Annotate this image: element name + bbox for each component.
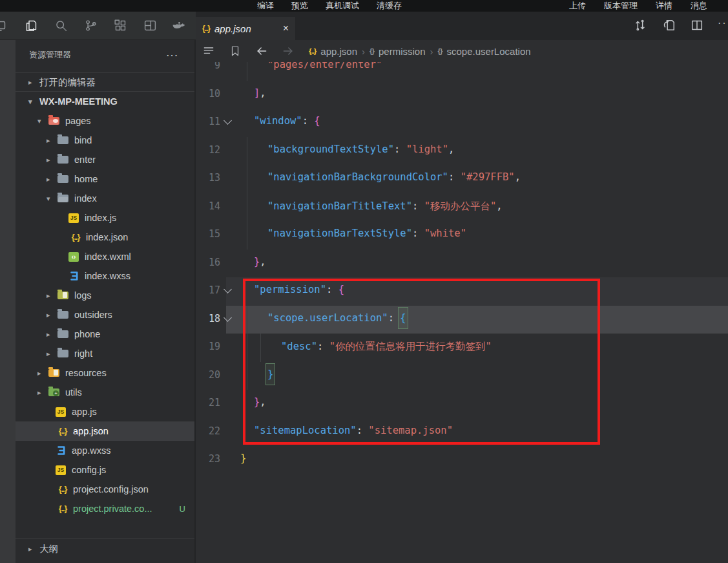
forward-icon[interactable]: [280, 43, 296, 59]
tree-folder-right[interactable]: ▸right: [16, 344, 194, 363]
menubar-item[interactable]: 上传: [569, 0, 586, 12]
split-icon[interactable]: [689, 17, 705, 33]
code-line-15[interactable]: 15"navigationBarTextStyle": "white": [196, 221, 728, 250]
tree-folder-resources[interactable]: ▸resources: [16, 363, 194, 383]
line-number: 18: [196, 313, 220, 324]
tree-file-app-js[interactable]: JSapp.js: [16, 402, 194, 421]
js-file-icon: JS: [68, 213, 79, 223]
tree-folder-enter[interactable]: ▸enter: [16, 150, 194, 169]
code-line-12[interactable]: 12"backgroundTextStyle": "light",: [196, 137, 728, 165]
code-line-21[interactable]: 21},: [196, 390, 728, 418]
tree-file-index-wxss[interactable]: index.wxss: [16, 266, 194, 286]
tree-folder-phone[interactable]: ▸phone: [16, 324, 194, 344]
extensions-icon[interactable]: [113, 19, 127, 33]
menubar-item[interactable]: 版本管理: [604, 0, 638, 12]
json-punctuation: :: [302, 115, 315, 127]
source-control-icon[interactable]: [83, 19, 98, 33]
menubar-item[interactable]: 真机调试: [326, 0, 359, 12]
tree-folder-index[interactable]: ▾index: [16, 189, 194, 208]
code-line-10[interactable]: 10],: [196, 81, 728, 109]
line-number: 17: [196, 284, 220, 296]
code-lines: 9"pages/enter/enter"10],11"window": {12"…: [196, 62, 728, 474]
line-number: 15: [196, 228, 220, 240]
json-key: "sitemapLocation": [254, 425, 357, 436]
menubar-item[interactable]: 详情: [656, 0, 672, 12]
tree-folder-outsiders[interactable]: ▸outsiders: [16, 305, 194, 324]
folder-icon: [57, 156, 68, 164]
tree-folder-home[interactable]: ▸home: [16, 169, 194, 189]
simulator-icon[interactable]: [0, 19, 8, 33]
code-editor[interactable]: 9"pages/enter/enter"10],11"window": {12"…: [196, 62, 728, 563]
tree-item-label: pages: [65, 116, 91, 126]
line-number: 11: [196, 116, 220, 127]
code-line-19[interactable]: 19"desc": "你的位置信息将用于进行考勤签到": [196, 334, 728, 362]
outline-list-icon[interactable]: [201, 43, 216, 59]
json-punctuation: ]: [254, 87, 260, 99]
breadcrumb-item[interactable]: permission: [379, 46, 426, 57]
tree-file-index-wxml[interactable]: ‹›index.wxml: [16, 247, 194, 266]
explorer-header: 资源管理器 ···: [16, 40, 194, 70]
tree-item-label: config.js: [72, 465, 106, 475]
docker-icon[interactable]: [172, 19, 187, 33]
fold-chevron-icon[interactable]: [224, 116, 232, 125]
search-icon[interactable]: [54, 19, 68, 33]
code-line-9[interactable]: 9"pages/enter/enter": [196, 62, 728, 81]
bookmark-icon[interactable]: [227, 43, 243, 59]
code-line-17[interactable]: 17"permission": {: [196, 277, 728, 306]
json-key: "navigationBarBackgroundColor": [267, 171, 448, 183]
tree-file-app-wxss[interactable]: app.wxss: [16, 441, 194, 460]
tree-item-label: outsiders: [74, 310, 112, 320]
section-open-editors[interactable]: ▸打开的编辑器: [16, 72, 194, 92]
tree-file-project-private-co---[interactable]: {..}project.private.co...U: [16, 499, 194, 518]
open-file-icon[interactable]: [661, 17, 676, 33]
line-number: 14: [196, 200, 220, 212]
tree-folder-pages[interactable]: ▾pages: [16, 111, 194, 131]
compare-icon[interactable]: [632, 17, 648, 33]
tree-file-config-js[interactable]: JSconfig.js: [16, 460, 194, 480]
back-icon[interactable]: [254, 43, 269, 59]
code-text: "sitemapLocation": "sitemap.json": [233, 425, 453, 436]
tree-file-index-js[interactable]: JSindex.js: [16, 208, 194, 228]
folder-icon: [57, 195, 68, 202]
menubar-item[interactable]: 清缓存: [377, 0, 402, 12]
code-line-20[interactable]: 20}: [196, 362, 728, 390]
tab-app-json[interactable]: {..} app.json ×: [196, 17, 295, 40]
section-时间线[interactable]: ▸时间线: [16, 558, 194, 563]
tree-file-app-json[interactable]: {..}app.json: [16, 421, 194, 441]
code-line-18[interactable]: 18"scope.userLocation": {: [196, 306, 728, 334]
tree-item-label: home: [74, 174, 98, 184]
chevron-right-icon: ▸: [47, 330, 57, 339]
section-project-root[interactable]: ▾WX-MP-MEETING: [16, 92, 194, 111]
tree-file-project-config-json[interactable]: {..}project.config.json: [16, 480, 194, 499]
breadcrumb-item[interactable]: scope.userLocation: [447, 46, 531, 57]
layout-icon[interactable]: [143, 19, 157, 33]
section-大纲[interactable]: ▸大纲: [16, 539, 194, 558]
tree-folder-bind[interactable]: ▸bind: [16, 131, 194, 150]
menubar-item[interactable]: 预览: [291, 0, 308, 12]
tree-item-label: 打开的编辑器: [39, 76, 96, 89]
tab-close-icon[interactable]: ×: [283, 23, 289, 34]
more-icon[interactable]: ···: [718, 17, 727, 33]
code-line-11[interactable]: 11"window": {: [196, 109, 728, 137]
line-number: 22: [196, 425, 220, 437]
menubar-item[interactable]: 编译: [257, 0, 274, 12]
tree-folder-logs[interactable]: ▸logs: [16, 286, 194, 305]
tree-item-label: app.wxss: [72, 445, 110, 456]
code-line-22[interactable]: 22"sitemapLocation": "sitemap.json": [196, 418, 728, 447]
folder-icon: [57, 350, 68, 357]
menubar-item[interactable]: 消息: [691, 0, 707, 12]
menubar-right-group: 上传版本管理详情消息: [569, 0, 707, 12]
json-punctuation: ,: [496, 200, 502, 212]
more-actions-icon[interactable]: ···: [167, 50, 179, 60]
json-key: "desc": [281, 341, 317, 352]
json-punctuation: :: [448, 171, 461, 183]
code-line-14[interactable]: 14"navigationBarTitleText": "移动办公平台",: [196, 193, 728, 222]
code-line-13[interactable]: 13"navigationBarBackgroundColor": "#297F…: [196, 165, 728, 193]
tree-folder-utils[interactable]: ▸+utils: [16, 383, 194, 402]
breadcrumb-item[interactable]: app.json: [320, 46, 357, 57]
code-text: "desc": "你的位置信息将用于进行考勤签到": [233, 340, 492, 354]
tree-file-index-json[interactable]: {..}index.json: [16, 228, 194, 247]
files-icon[interactable]: [24, 19, 38, 33]
code-line-16[interactable]: 16},: [196, 250, 728, 278]
code-line-23[interactable]: 23}: [196, 446, 728, 474]
